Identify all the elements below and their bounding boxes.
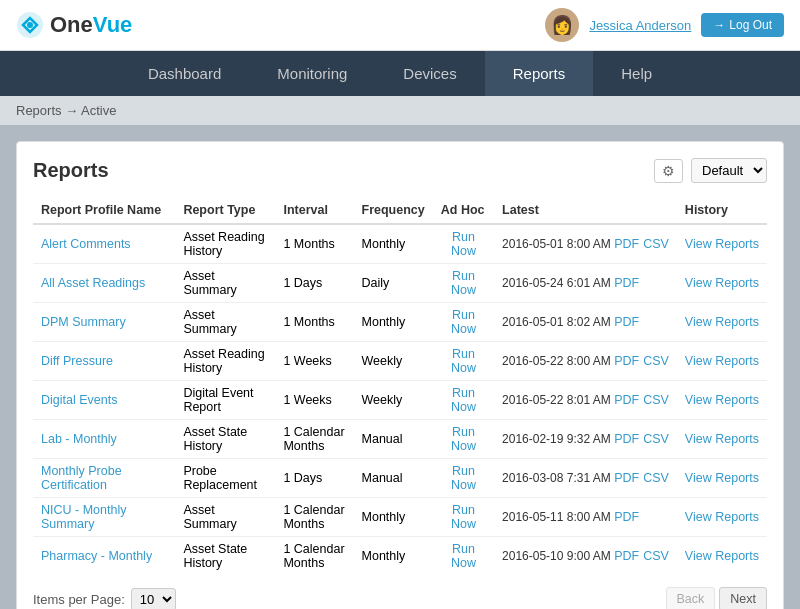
latest-links: PDF CSV: [614, 237, 669, 251]
row-interval-cell: 1 Months: [275, 303, 353, 342]
items-per-page: Items per Page: 10 25 50: [33, 588, 176, 610]
report-name-link[interactable]: Diff Pressure: [41, 354, 113, 368]
breadcrumb-separator: →: [65, 103, 81, 118]
report-name-link[interactable]: Digital Events: [41, 393, 117, 407]
view-reports-link[interactable]: View Reports: [685, 471, 759, 485]
view-reports-link[interactable]: View Reports: [685, 432, 759, 446]
view-reports-link[interactable]: View Reports: [685, 276, 759, 290]
csv-link[interactable]: CSV: [643, 237, 669, 251]
row-name-cell: All Asset Readings: [33, 264, 175, 303]
items-per-page-select[interactable]: 10 25 50: [131, 588, 176, 610]
logout-button[interactable]: Log Out: [701, 13, 784, 37]
report-name-link[interactable]: All Asset Readings: [41, 276, 145, 290]
row-adhoc-cell: Run Now: [433, 459, 494, 498]
breadcrumb-parent[interactable]: Reports: [16, 103, 62, 118]
row-name-cell: Alert Comments: [33, 224, 175, 264]
main-nav: Dashboard Monitoring Devices Reports Hel…: [0, 51, 800, 96]
row-latest-cell: 2016-02-19 9:32 AM PDF CSV: [494, 420, 677, 459]
row-type-cell: Asset Summary: [175, 264, 275, 303]
pdf-link[interactable]: PDF: [614, 237, 639, 251]
view-reports-link[interactable]: View Reports: [685, 354, 759, 368]
breadcrumb-current: Active: [81, 103, 116, 118]
row-type-cell: Probe Replacement: [175, 459, 275, 498]
table-row: Alert CommentsAsset Reading History1 Mon…: [33, 224, 767, 264]
csv-link[interactable]: CSV: [643, 393, 669, 407]
row-history-cell: View Reports: [677, 224, 767, 264]
nav-dashboard[interactable]: Dashboard: [120, 51, 249, 96]
run-now-button[interactable]: Run Now: [441, 425, 486, 453]
run-now-button[interactable]: Run Now: [441, 269, 486, 297]
report-name-link[interactable]: NICU - Monthly Summary: [41, 503, 126, 531]
pdf-link[interactable]: PDF: [614, 315, 639, 329]
row-history-cell: View Reports: [677, 381, 767, 420]
default-select[interactable]: Default: [691, 158, 767, 183]
next-button[interactable]: Next: [719, 587, 767, 609]
nav-reports[interactable]: Reports: [485, 51, 594, 96]
pdf-link[interactable]: PDF: [614, 432, 639, 446]
report-name-link[interactable]: Lab - Monthly: [41, 432, 117, 446]
run-now-button[interactable]: Run Now: [441, 503, 486, 531]
report-name-link[interactable]: Alert Comments: [41, 237, 131, 251]
row-frequency-cell: Monthly: [354, 537, 433, 576]
csv-link[interactable]: CSV: [643, 549, 669, 563]
col-latest: Latest: [494, 197, 677, 224]
run-now-button[interactable]: Run Now: [441, 347, 486, 375]
pdf-link[interactable]: PDF: [614, 549, 639, 563]
csv-link[interactable]: CSV: [643, 432, 669, 446]
view-reports-link[interactable]: View Reports: [685, 237, 759, 251]
row-type-cell: Asset Summary: [175, 498, 275, 537]
run-now-button[interactable]: Run Now: [441, 386, 486, 414]
col-frequency: Frequency: [354, 197, 433, 224]
user-avatar: 👩: [545, 8, 579, 42]
row-adhoc-cell: Run Now: [433, 224, 494, 264]
row-name-cell: DPM Summary: [33, 303, 175, 342]
card-title: Reports: [33, 159, 109, 182]
run-now-button[interactable]: Run Now: [441, 464, 486, 492]
run-now-button[interactable]: Run Now: [441, 230, 486, 258]
row-history-cell: View Reports: [677, 498, 767, 537]
col-name: Report Profile Name: [33, 197, 175, 224]
view-reports-link[interactable]: View Reports: [685, 510, 759, 524]
table-row: Pharmacy - MonthlyAsset State History1 C…: [33, 537, 767, 576]
nav-monitoring[interactable]: Monitoring: [249, 51, 375, 96]
pdf-link[interactable]: PDF: [614, 393, 639, 407]
pdf-link[interactable]: PDF: [614, 354, 639, 368]
table-body: Alert CommentsAsset Reading History1 Mon…: [33, 224, 767, 575]
row-interval-cell: 1 Calendar Months: [275, 498, 353, 537]
run-now-button[interactable]: Run Now: [441, 542, 486, 570]
row-frequency-cell: Weekly: [354, 381, 433, 420]
nav-help[interactable]: Help: [593, 51, 680, 96]
pdf-link[interactable]: PDF: [614, 510, 639, 524]
row-frequency-cell: Monthly: [354, 303, 433, 342]
row-adhoc-cell: Run Now: [433, 537, 494, 576]
pdf-link[interactable]: PDF: [614, 276, 639, 290]
nav-devices[interactable]: Devices: [375, 51, 484, 96]
top-header: OneVue 👩 Jessica Anderson Log Out: [0, 0, 800, 51]
view-reports-link[interactable]: View Reports: [685, 549, 759, 563]
gear-button[interactable]: ⚙: [654, 159, 683, 183]
view-reports-link[interactable]: View Reports: [685, 315, 759, 329]
row-interval-cell: 1 Days: [275, 459, 353, 498]
run-now-button[interactable]: Run Now: [441, 308, 486, 336]
row-type-cell: Asset State History: [175, 420, 275, 459]
col-type: Report Type: [175, 197, 275, 224]
row-interval-cell: 1 Calendar Months: [275, 537, 353, 576]
pdf-link[interactable]: PDF: [614, 471, 639, 485]
report-name-link[interactable]: Monthly Probe Certification: [41, 464, 122, 492]
view-reports-link[interactable]: View Reports: [685, 393, 759, 407]
latest-links: PDF: [614, 276, 639, 290]
items-per-page-label: Items per Page:: [33, 592, 125, 607]
report-name-link[interactable]: Pharmacy - Monthly: [41, 549, 152, 563]
table-row: Monthly Probe CertificationProbe Replace…: [33, 459, 767, 498]
csv-link[interactable]: CSV: [643, 354, 669, 368]
table-row: Lab - MonthlyAsset State History1 Calend…: [33, 420, 767, 459]
row-latest-cell: 2016-05-11 8:00 AM PDF: [494, 498, 677, 537]
report-name-link[interactable]: DPM Summary: [41, 315, 126, 329]
col-adhoc: Ad Hoc: [433, 197, 494, 224]
csv-link[interactable]: CSV: [643, 471, 669, 485]
col-interval: Interval: [275, 197, 353, 224]
back-button[interactable]: Back: [666, 587, 716, 609]
row-history-cell: View Reports: [677, 342, 767, 381]
row-type-cell: Digital Event Report: [175, 381, 275, 420]
user-name-link[interactable]: Jessica Anderson: [589, 18, 691, 33]
